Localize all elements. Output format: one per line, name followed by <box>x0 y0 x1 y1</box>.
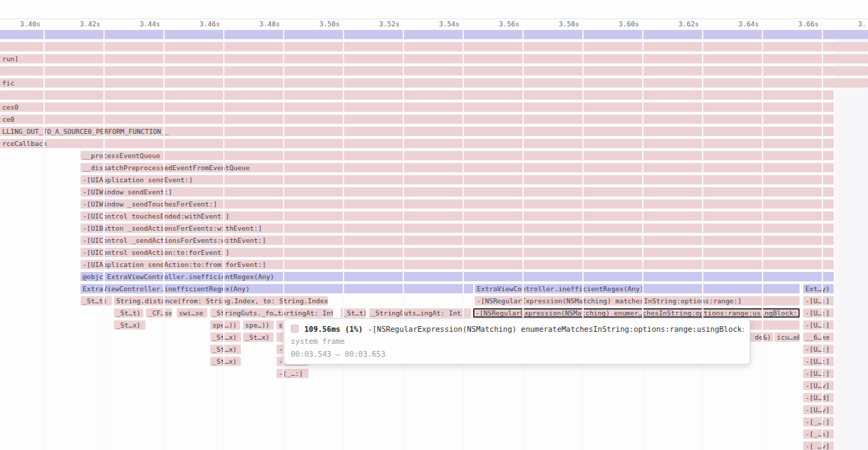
flame-row: -[U…v] <box>0 381 868 390</box>
flame-row: run] <box>0 54 868 63</box>
flame-bar[interactable] <box>0 66 868 75</box>
flame-bar[interactable]: _St…t) <box>81 296 112 305</box>
flame-row: -[UIControl _sendActionsForEvents:withEv… <box>0 236 868 245</box>
selection-tooltip: 109.56ms (1%) -[NSRegularExpression(NSMa… <box>284 318 750 365</box>
time-label: 3.60s <box>619 20 639 28</box>
flame-bar[interactable]: -[U…v] <box>803 381 834 390</box>
flame-row <box>0 66 868 75</box>
flame-bar[interactable]: -[UIControl touchesEnded:withEvent:] <box>81 211 834 221</box>
tooltip-function-name: -[NSRegularExpression(NSMatching) enumer… <box>368 325 744 333</box>
time-ruler[interactable]: 3.40s3.42s3.44s3.46s3.48s3.50s3.52s3.54s… <box>0 19 868 29</box>
flame-row: rceCallback <box>0 139 868 148</box>
flame-row: -[_…s] <box>0 429 868 439</box>
flame-bar[interactable]: _St…x) <box>243 333 274 342</box>
flame-bar[interactable]: -[U…v] <box>803 405 834 414</box>
flame-bar[interactable]: rceCallback <box>0 139 834 148</box>
time-label: 3.42s <box>80 20 100 28</box>
flame-row: -[UIButton _sendActionsForEvents:withEve… <box>0 224 868 233</box>
flame-row: -[UIWindow sendEvent:] <box>0 187 868 197</box>
tooltip-time-range: 00:03.543 — 00:03.653 <box>291 347 744 360</box>
flame-bar[interactable]: -[NSRegularExpression(NSMatching) matche… <box>475 296 800 305</box>
flame-row <box>0 30 868 39</box>
tooltip-title-line: 109.56ms (1%) -[NSRegularExpression(NSMa… <box>291 323 744 335</box>
flame-row: _St…t)String.distance(from: String.Index… <box>0 296 868 305</box>
flame-bar[interactable]: String.distance(from: String.Index, to: … <box>114 296 328 305</box>
flame-bar[interactable]: ces0 <box>0 103 834 112</box>
flame-bar[interactable] <box>0 42 868 51</box>
time-label: 3.40s <box>20 20 41 28</box>
flame-bar[interactable]: -[UIButton _sendActionsForEvents:withEve… <box>81 224 834 233</box>
flame-row: -[_…:]-[U…:] <box>0 369 868 378</box>
flame-row <box>0 42 868 51</box>
time-label: 3.48s <box>259 20 280 28</box>
flame-bar[interactable]: -[U…d] <box>803 393 834 402</box>
flame-row: -[UIControl touchesEnded:withEvent:] <box>0 211 868 221</box>
time-label: 3.56s <box>499 20 520 28</box>
flame-bar[interactable]: __processEventQueue <box>81 151 834 160</box>
flame-bar[interactable]: _St…t) <box>341 308 366 318</box>
time-label: 3.46s <box>200 20 220 28</box>
flame-bar[interactable]: Ext…y) <box>803 284 834 293</box>
flame-row: ce0 <box>0 115 868 124</box>
flame-bar[interactable]: _St…x) <box>210 345 241 354</box>
flame-bar[interactable]: _St…x) <box>114 320 145 330</box>
flame-bar[interactable]: LLING_OUT_TO_A_SOURCE0_PERFORM_FUNCTION_… <box>0 127 834 136</box>
instruments-flame-chart-window: { "ruler": { "ticks": [ {"t":"3.40s","x"… <box>0 0 868 450</box>
flame-bar[interactable]: spe…)) <box>243 320 274 330</box>
flame-bar[interactable]: -[UIApplication sendEvent:] <box>81 175 834 184</box>
flame-bar[interactable]: run] <box>0 54 868 63</box>
flame-bar[interactable]: -[UIApplication sendAction:to:from:forEv… <box>81 260 834 269</box>
flame-row: -[UIApplication sendEvent:] <box>0 175 868 184</box>
flame-bar[interactable]: -[UIControl _sendActionsForEvents:withEv… <box>81 236 834 245</box>
flame-bar[interactable]: icu…e&) <box>775 333 800 342</box>
tooltip-duration: 109.56ms (1%) <box>304 325 363 333</box>
flame-row <box>0 90 868 100</box>
flame-bar[interactable]: ExtraViewController.inefficientRegex(Any… <box>81 284 473 293</box>
flame-bar-selected[interactable]: -[NSRegularExpression(NSMatching) enumer… <box>473 308 800 318</box>
flame-row: -[UIControl sendAction:to:forEvent:] <box>0 248 868 257</box>
flame-row: ces0 <box>0 103 868 112</box>
flame-bar[interactable]: -[U…:] <box>803 369 834 378</box>
flame-bar[interactable]: _StringGuts._fo…tartingAt: Int) <box>210 308 333 318</box>
flame-chart[interactable]: 109.56ms (1%) -[NSRegularExpression(NSMa… <box>0 0 868 450</box>
tooltip-frame-type: system frame <box>291 335 744 347</box>
flame-bar[interactable]: _St…t) <box>114 308 143 318</box>
flame-bar[interactable]: -[UIWindow sendEvent:] <box>81 187 834 197</box>
flame-bar[interactable]: _St…x) <box>210 333 241 342</box>
flame-bar[interactable]: ExtraViewController.inefficientRegex(Any… <box>475 284 800 293</box>
time-label: 3.58s <box>559 20 579 28</box>
flame-bar[interactable]: spe…)) <box>210 320 240 330</box>
flame-bar[interactable]: -[U…:] <box>803 345 834 354</box>
flame-bar[interactable]: _StringGuts…ingAt: Int) <box>369 308 471 318</box>
flame-bar[interactable]: -[U…:] <box>803 308 834 318</box>
flame-bar[interactable]: -[U…:] <box>803 296 834 305</box>
flame-bar[interactable]: -[U…:] <box>803 320 834 330</box>
time-label: 3.62s <box>678 20 699 28</box>
flame-row: ExtraViewController.inefficientRegex(Any… <box>0 284 868 293</box>
flame-bar[interactable]: __dispatchPreprocessedEventFromEventQueu… <box>81 163 834 172</box>
flame-bar[interactable]: -[U…:] <box>803 357 834 366</box>
flame-row: -[U…v] <box>0 405 868 414</box>
flame-bar[interactable]: -[_…:] <box>277 369 309 378</box>
flame-bar[interactable]: -[UIWindow _sendTouchesForEvent:] <box>81 199 834 209</box>
flame-row: __processEventQueue <box>0 151 868 160</box>
flame-bar[interactable]: -[_…:] <box>803 417 834 427</box>
flame-row: __dispatchPreprocessedEventFromEventQueu… <box>0 163 868 172</box>
flame-bar[interactable]: __6…ke <box>803 333 834 342</box>
flame-bar[interactable]: @objc ExtraViewController.inefficientReg… <box>81 272 834 281</box>
flame-bar[interactable]: swi…se <box>177 308 207 318</box>
flame-bar[interactable]: fic <box>0 78 868 88</box>
flame-row: -[UIWindow _sendTouchesForEvent:] <box>0 199 868 209</box>
flame-bar[interactable]: -[UIControl sendAction:to:forEvent:] <box>81 248 834 257</box>
flame-bar[interactable] <box>0 30 868 39</box>
flame-bar[interactable] <box>0 90 834 100</box>
flame-bar[interactable]: _CF…se <box>146 308 172 318</box>
flame-row: @objc ExtraViewController.inefficientReg… <box>0 272 868 281</box>
time-label: 3.50s <box>319 20 340 28</box>
flame-bar[interactable]: -[_…s] <box>803 429 834 439</box>
flame-bar[interactable]: ce0 <box>0 115 834 124</box>
flame-bar[interactable]: _St…x) <box>210 357 241 366</box>
flame-row: LLING_OUT_TO_A_SOURCE0_PERFORM_FUNCTION_… <box>0 127 868 136</box>
flame-row: _St…t)_CF…seswi…se_StringGuts._fo…tartin… <box>0 308 868 318</box>
tooltip-color-swatch <box>291 325 299 333</box>
